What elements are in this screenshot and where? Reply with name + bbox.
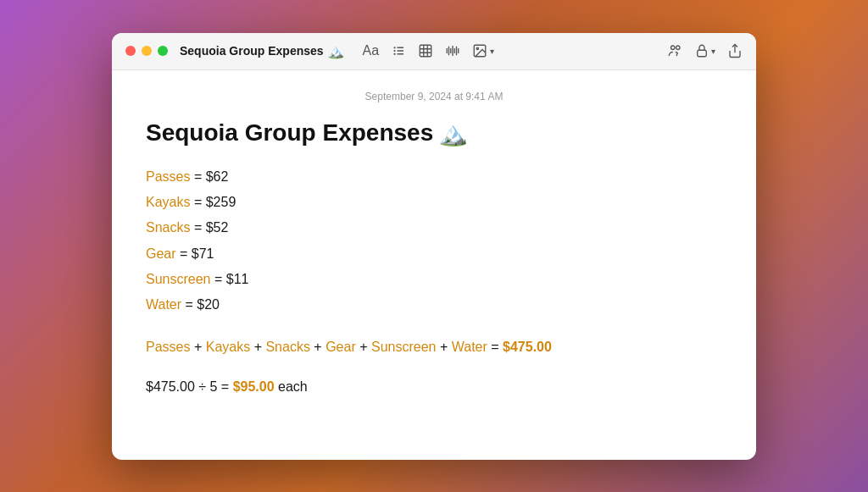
- list-item: Water = $20: [146, 292, 722, 318]
- audio-icon[interactable]: [445, 43, 460, 58]
- division-line: $475.00 ÷ 5 = $95.00 each: [146, 375, 722, 400]
- svg-point-12: [476, 47, 478, 49]
- minimize-button[interactable]: [142, 46, 152, 56]
- collaborate-icon[interactable]: [667, 43, 682, 58]
- notes-window: Sequoia Group Expenses 🏔️ Aa: [112, 33, 756, 460]
- expense-value-passes: = $62: [190, 164, 228, 190]
- traffic-lights: [125, 46, 168, 56]
- expense-label-kayaks: Kayaks: [146, 190, 190, 215]
- list-item: Passes = $62: [146, 164, 722, 190]
- document-title: Sequoia Group Expenses 🏔️: [146, 119, 722, 147]
- expense-value-sunscreen: = $11: [211, 267, 249, 292]
- list-item: Snacks = $52: [146, 215, 722, 240]
- division-expression: $475.00 ÷ 5 =: [146, 379, 233, 394]
- formula-sunscreen: Sunscreen: [371, 340, 437, 354]
- svg-rect-15: [698, 50, 707, 57]
- toolbar: Aa: [363, 43, 495, 58]
- image-chevron: ▾: [490, 47, 494, 56]
- formula-total: $475.00: [503, 340, 552, 354]
- title-label: Sequoia Group Expenses: [180, 44, 324, 58]
- title-emoji: 🏔️: [327, 43, 344, 59]
- document-content: September 9, 2024 at 9:41 AM Sequoia Gro…: [112, 70, 756, 460]
- table-icon[interactable]: [418, 43, 433, 58]
- formula-passes: Passes: [146, 340, 190, 354]
- expense-label-water: Water: [146, 292, 181, 318]
- timestamp: September 9, 2024 at 9:41 AM: [146, 91, 722, 102]
- expense-value-gear: = $71: [176, 241, 214, 267]
- font-button[interactable]: Aa: [363, 43, 380, 58]
- doc-title-emoji: 🏔️: [438, 119, 468, 147]
- maximize-button[interactable]: [158, 46, 168, 56]
- expense-label-snacks: Snacks: [146, 215, 190, 240]
- svg-point-2: [394, 50, 396, 52]
- toolbar-right: ▾: [667, 43, 743, 58]
- formula-snacks: Snacks: [265, 340, 309, 354]
- doc-title-text: Sequoia Group Expenses: [146, 119, 433, 146]
- list-item: Sunscreen = $11: [146, 267, 722, 292]
- expense-value-kayaks: = $259: [190, 190, 236, 215]
- expense-label-sunscreen: Sunscreen: [146, 267, 211, 292]
- titlebar: Sequoia Group Expenses 🏔️ Aa: [112, 33, 756, 70]
- formula-kayaks: Kayaks: [206, 340, 250, 354]
- formula-gear: Gear: [326, 340, 356, 354]
- lock-button[interactable]: ▾: [694, 43, 715, 58]
- list-item: Gear = $71: [146, 241, 722, 267]
- close-button[interactable]: [125, 46, 136, 56]
- expense-list: Passes = $62 Kayaks = $259 Snacks = $52 …: [146, 164, 722, 318]
- expense-label-passes: Passes: [146, 164, 190, 190]
- window-title: Sequoia Group Expenses 🏔️: [180, 43, 344, 59]
- image-insert-button[interactable]: ▾: [472, 43, 494, 58]
- division-result: $95.00: [233, 379, 275, 394]
- expense-value-snacks: = $52: [190, 215, 228, 240]
- expense-value-water: = $20: [181, 292, 220, 318]
- list-format-icon[interactable]: [391, 43, 406, 58]
- formula-line: Passes + Kayaks + Snacks + Gear + Sunscr…: [146, 335, 722, 360]
- svg-point-13: [671, 46, 676, 50]
- svg-point-14: [676, 46, 681, 50]
- list-item: Kayaks = $259: [146, 190, 722, 215]
- svg-point-0: [394, 47, 396, 48]
- division-suffix: each: [278, 379, 308, 394]
- svg-point-4: [394, 53, 396, 55]
- lock-chevron: ▾: [711, 47, 715, 56]
- formula-water: Water: [452, 340, 487, 354]
- expense-label-gear: Gear: [146, 241, 176, 267]
- svg-rect-6: [420, 45, 431, 57]
- share-icon[interactable]: [727, 43, 743, 58]
